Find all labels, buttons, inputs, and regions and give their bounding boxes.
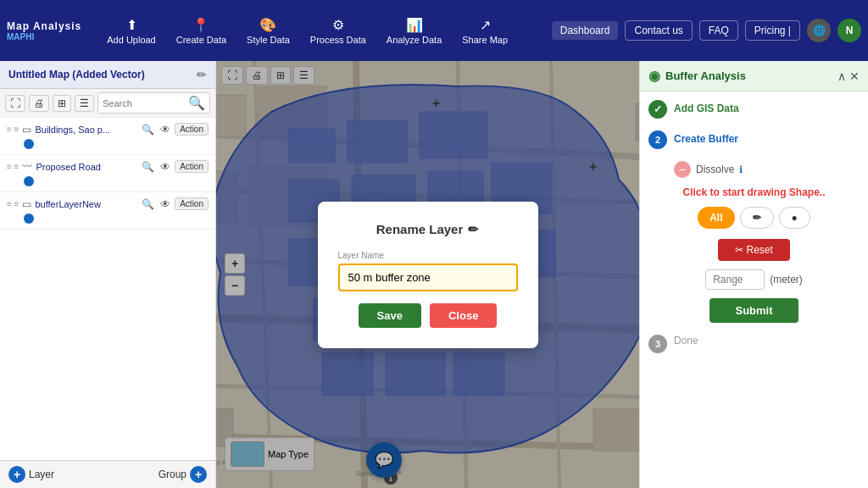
dashboard-button[interactable]: Dashboard <box>552 21 619 40</box>
modal-close-button[interactable]: Close <box>430 303 497 328</box>
app-name: Map Analysis <box>7 20 81 32</box>
zoom-layer-button-2[interactable]: 🔍 <box>140 161 156 173</box>
all-shape-button[interactable]: All <box>698 207 734 229</box>
eye-button-2[interactable]: 👁 <box>159 161 172 173</box>
drag-handle-icon[interactable]: ≡ ≡ <box>7 125 19 134</box>
topbar: Map Analysis MAPHI ⬆ Add Upload 📍 Create… <box>0 0 868 61</box>
map-title: Untitled Map (Added Vector) <box>8 69 145 80</box>
reset-button[interactable]: ✂ Reset <box>718 239 790 261</box>
process-icon: ⚙ <box>332 17 344 33</box>
dissolve-button[interactable]: − <box>674 161 691 178</box>
zoom-layer-button-3[interactable]: 🔍 <box>140 198 156 210</box>
layer-label: Layer <box>29 469 54 480</box>
settings-button[interactable]: ☰ <box>75 95 94 112</box>
add-group-icon: + <box>190 466 207 483</box>
search-input[interactable] <box>103 98 188 108</box>
nav-add-upload-label: Add Upload <box>107 35 156 45</box>
nav-process-data-label: Process Data <box>310 35 366 45</box>
nav-create-data-label: Create Data <box>176 35 226 45</box>
step-1-label: Add GIS Data <box>674 100 739 114</box>
zoom-layer-button[interactable]: 🔍 <box>140 124 156 136</box>
drag-handle-icon[interactable]: ≡ ≡ <box>7 162 19 171</box>
nav-style-data[interactable]: 🎨 Style Data <box>238 14 298 48</box>
submit-button[interactable]: Submit <box>709 298 798 323</box>
layer-3-actions: 🔍 👁 Action <box>140 197 209 210</box>
modal-field-label: Layer Name <box>338 251 518 260</box>
top-nav: ⬆ Add Upload 📍 Create Data 🎨 Style Data … <box>98 14 552 48</box>
sidebar-toolbar: ⛶ 🖨 ⊞ ☰ 🔍 <box>0 89 215 118</box>
layer-1-actions: 🔍 👁 Action <box>140 123 209 136</box>
drag-handle-icon[interactable]: ≡ ≡ <box>7 199 19 208</box>
globe-avatar[interactable]: 🌐 <box>807 19 831 42</box>
click-hint: Click to start drawing Shape.. <box>648 186 860 198</box>
layer-color-3 <box>24 214 34 224</box>
faq-button[interactable]: FAQ <box>699 20 738 41</box>
nav-create-data[interactable]: 📍 Create Data <box>168 14 235 48</box>
add-group-item[interactable]: Group + <box>108 466 207 483</box>
layer-name-2: Proposed Road <box>36 162 136 172</box>
user-avatar[interactable]: N <box>837 19 861 42</box>
shape-buttons: All ✏ ● <box>648 207 860 229</box>
eye-button-1[interactable]: 👁 <box>159 124 172 136</box>
step-2-num: 2 <box>648 130 667 149</box>
layer-2-actions: 🔍 👁 Action <box>140 160 209 173</box>
layer-name-1: Buildings, Sao p... <box>35 125 136 135</box>
list-item: ≡ ≡ ▭ bufferLayerNew 🔍 👁 Action <box>0 192 215 230</box>
buffer-icon: ▭ <box>22 198 31 210</box>
layer-color-1 <box>24 139 34 149</box>
eye-button-3[interactable]: 👁 <box>159 198 172 210</box>
add-layer-item[interactable]: + Layer <box>8 466 108 483</box>
step-3: 3 Done <box>648 335 860 353</box>
sidebar-footer: + Layer Group + <box>0 460 215 488</box>
point-shape-button[interactable]: ● <box>779 207 810 229</box>
rename-modal-overlay: Rename Layer ✏ Layer Name Save Close <box>216 61 639 488</box>
nav-share-map[interactable]: ↗ Share Map <box>453 14 516 48</box>
create-icon: 📍 <box>192 17 209 33</box>
action-button-1[interactable]: Action <box>175 123 209 136</box>
nav-analyze-data[interactable]: 📊 Analyze Data <box>378 14 450 48</box>
panel-close-button[interactable]: ✕ <box>849 69 860 83</box>
nav-share-map-label: Share Map <box>462 35 508 45</box>
search-box: 🔍 <box>97 92 210 114</box>
contact-button[interactable]: Contact us <box>625 20 692 41</box>
list-item: ≡ ≡ 〰 Proposed Road 🔍 👁 Action <box>0 155 215 192</box>
map-area[interactable]: Rua do Sol a Santa Catarina Santa Catari… <box>216 61 639 488</box>
modal-title-text: Rename Layer <box>376 222 464 236</box>
step-3-num: 3 <box>648 335 667 353</box>
nav-process-data[interactable]: ⚙ Process Data <box>302 14 375 48</box>
nav-analyze-data-label: Analyze Data <box>387 35 442 45</box>
modal-pencil-icon: ✏ <box>468 222 479 237</box>
nav-add-upload[interactable]: ⬆ Add Upload <box>98 14 164 48</box>
print-button[interactable]: 🖨 <box>29 95 49 112</box>
dissolve-info-icon[interactable]: ℹ <box>739 164 743 175</box>
layer-color-2 <box>24 176 34 186</box>
add-layer-icon: + <box>8 466 25 483</box>
layer-row-3: ≡ ≡ ▭ bufferLayerNew 🔍 👁 Action <box>7 197 209 210</box>
step-3-label: Done <box>674 335 698 347</box>
rename-modal: Rename Layer ✏ Layer Name Save Close <box>318 202 538 348</box>
pricing-button[interactable]: Pricing | <box>745 20 800 41</box>
draw-shape-button[interactable]: ✏ <box>740 207 774 229</box>
style-icon: 🎨 <box>259 17 276 33</box>
panel-controls: ∧ ✕ <box>837 69 860 83</box>
modal-title: Rename Layer ✏ <box>338 222 518 237</box>
line-icon: 〰 <box>22 161 32 173</box>
range-input[interactable] <box>705 269 765 290</box>
modal-save-button[interactable]: Save <box>359 303 421 328</box>
upload-icon: ⬆ <box>126 17 137 33</box>
action-button-2[interactable]: Action <box>175 160 209 173</box>
fullscreen-button[interactable]: ⛶ <box>5 95 25 112</box>
panel-header: ◉ Buffer Analysis ∧ ✕ <box>640 61 868 92</box>
list-item: ≡ ≡ ▭ Buildings, Sao p... 🔍 👁 Action <box>0 118 215 155</box>
layer-name-input[interactable] <box>338 263 518 291</box>
buffer-analysis-panel: ◉ Buffer Analysis ∧ ✕ ✓ Add GIS Data 2 C… <box>639 61 868 488</box>
step-2: 2 Create Buffer <box>648 130 860 149</box>
panel-title-text: Buffer Analysis <box>665 69 746 82</box>
range-row: (meter) <box>648 269 860 290</box>
action-button-3[interactable]: Action <box>175 197 209 210</box>
edit-title-icon[interactable]: ✏ <box>197 68 207 81</box>
share-icon: ↗ <box>480 17 491 33</box>
group-label: Group <box>159 469 186 480</box>
panel-minimize-button[interactable]: ∧ <box>837 69 846 83</box>
layers-button[interactable]: ⊞ <box>53 95 71 112</box>
